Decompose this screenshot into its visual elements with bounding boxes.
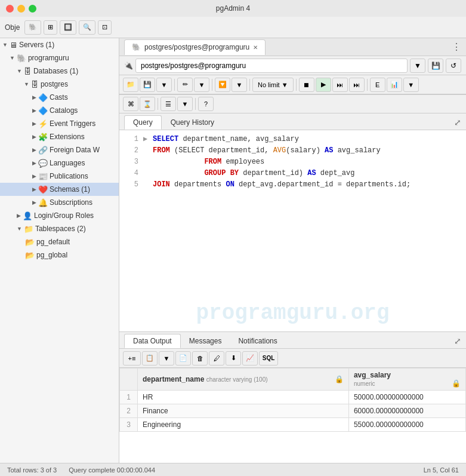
run-script-btn[interactable]: ⏭ [349, 78, 365, 92]
row-3-dept: Engineering [138, 418, 349, 432]
filter-dropdown-btn[interactable]: ▼ [232, 78, 247, 92]
sidebar-item-publications[interactable]: ▶ 📰 Publications [0, 170, 119, 183]
result-expand-icon[interactable]: ⤢ [454, 336, 461, 346]
list-btn[interactable]: ☰ [161, 97, 176, 111]
add-row-btn[interactable]: +≡ [123, 351, 141, 366]
connection-refresh-btn[interactable]: ↺ [446, 59, 461, 73]
filter-btn[interactable]: 🔽 [215, 78, 230, 92]
toolbar-btn-table[interactable]: ⊞ [44, 20, 57, 35]
run-btn[interactable]: ▶ [316, 78, 331, 92]
tab-bar: 🐘 postgres/postgres@programguru ✕ ⋮ [119, 38, 466, 56]
toolbar-btn-db[interactable]: 🐘 [24, 20, 41, 35]
sidebar-item-login-roles[interactable]: ▶ 👤 Login/Group Roles [0, 209, 119, 222]
tablespaces-icon: 📁 [24, 225, 33, 234]
analyze-dropdown-btn[interactable]: ▼ [403, 78, 419, 92]
save-btn[interactable]: 💾 [140, 78, 155, 92]
sidebar-item-postgres[interactable]: ▼ 🗄 postgres [0, 78, 119, 91]
close-button[interactable] [6, 5, 14, 13]
main-tab[interactable]: 🐘 postgres/postgres@programguru ✕ [124, 39, 266, 55]
delete-btn[interactable]: 🗑 [192, 351, 208, 366]
run-new-btn[interactable]: ⏭ [332, 78, 348, 92]
tab-close-btn[interactable]: ✕ [253, 44, 258, 51]
divider-3 [249, 79, 250, 91]
casts-label: Casts [50, 93, 68, 102]
title-bar: pgAdmin 4 [0, 0, 466, 17]
edit-result-btn[interactable]: 🖊 [209, 351, 224, 366]
sidebar-item-foreign-data[interactable]: ▶ 🔗 Foreign Data W [0, 143, 119, 156]
sidebar-item-pg-default[interactable]: 📂 pg_default [0, 235, 119, 248]
download-btn[interactable]: ⬇ [226, 351, 241, 366]
sidebar-item-servers[interactable]: ▼ 🖥 Servers (1) [0, 38, 119, 51]
sidebar-item-extensions[interactable]: ▶ 🧩 Extensions [0, 130, 119, 143]
line-arrow-2 [143, 145, 150, 156]
copy-dropdown-btn[interactable]: ▼ [159, 351, 174, 366]
expand-arrow-foreign: ▶ [32, 147, 36, 153]
sidebar-item-pg-global[interactable]: 📂 pg_global [0, 248, 119, 262]
connection-bar: 🔌 ▼ 💾 ↺ [119, 56, 466, 75]
sql-line-5: 5 JOIN departments ON dept_avg.departmen… [124, 179, 461, 191]
databases-label: Databases (1) [33, 67, 78, 75]
sql-editor[interactable]: 1 ▶ SELECT department_name, avg_salary 2… [119, 130, 466, 331]
expand-arrow-subscriptions: ▶ [32, 199, 36, 205]
expand-arrow-login-roles: ▶ [17, 213, 21, 219]
minimize-button[interactable] [17, 5, 25, 13]
sql-result-btn[interactable]: SQL [259, 351, 278, 366]
format-btn[interactable]: ⌘ [123, 97, 138, 111]
tab-query-history[interactable]: Query History [162, 115, 223, 130]
copy-btn[interactable]: 📋 [142, 351, 158, 366]
connection-dropdown-btn[interactable]: ▼ [410, 59, 425, 73]
toolbar-btn-search[interactable]: 🔍 [79, 20, 95, 35]
list-dropdown-btn[interactable]: ▼ [177, 97, 193, 111]
analyze-btn[interactable]: 📊 [387, 78, 402, 92]
sidebar-item-programguru[interactable]: ▼ 🐘 programguru [0, 51, 119, 65]
toolbar-btn-refresh[interactable]: ⊡ [98, 20, 112, 35]
languages-label: Languages [50, 159, 85, 167]
paste-btn[interactable]: 📄 [175, 351, 191, 366]
explain-btn[interactable]: E [370, 78, 385, 92]
edit-dropdown-btn[interactable]: ▼ [194, 78, 209, 92]
connection-save-btn[interactable]: 💾 [428, 59, 443, 73]
save-dropdown-btn[interactable]: ▼ [156, 78, 172, 92]
pg-default-icon: 📂 [25, 238, 35, 247]
window-controls[interactable] [6, 5, 36, 13]
sidebar-item-subscriptions[interactable]: ▶ 🔔 Subscriptions [0, 196, 119, 209]
sidebar-item-schemas[interactable]: ▶ ❤️ Schemas (1) [0, 183, 119, 196]
chart-btn[interactable]: 📈 [242, 351, 258, 366]
tab-data-output[interactable]: Data Output [124, 334, 181, 348]
sidebar-item-event-triggers[interactable]: ▶ ⚡ Event Triggers [0, 117, 119, 130]
tab-notifications[interactable]: Notifications [230, 334, 285, 348]
tab-more-btn[interactable]: ⋮ [452, 41, 461, 53]
col-department-name: department_name character varying (100) … [138, 368, 349, 391]
col-salary-sub: numeric [354, 380, 375, 387]
toolbar-btn-query[interactable]: 🔲 [60, 20, 76, 35]
limit-btn[interactable]: No limit ▼ [252, 78, 294, 92]
tab-query[interactable]: Query [124, 115, 162, 130]
query-expand-icon[interactable]: ⤢ [454, 118, 461, 127]
sidebar-item-languages[interactable]: ▶ 💬 Languages [0, 156, 119, 170]
content-area: ▼ 🖥 Servers (1) ▼ 🐘 programguru ▼ 🗄 Data… [0, 38, 466, 463]
sql-line-2: 2 FROM (SELECT department_id, AVG(salary… [124, 145, 461, 156]
tab-messages[interactable]: Messages [181, 334, 230, 348]
line-arrow-5 [143, 179, 150, 191]
open-file-btn[interactable]: 📁 [123, 78, 138, 92]
tab-data-output-label: Data Output [133, 337, 172, 345]
edit-btn[interactable]: ✏ [177, 78, 193, 92]
connection-input[interactable] [135, 59, 408, 73]
sidebar-item-tablespaces[interactable]: ▼ 📁 Tablespaces (2) [0, 222, 119, 235]
maximize-button[interactable] [29, 5, 36, 13]
sidebar-item-databases[interactable]: ▼ 🗄 Databases (1) [0, 65, 119, 78]
pg-global-label: pg_global [36, 251, 67, 259]
databases-icon: 🗄 [24, 67, 32, 76]
foreign-icon: 🔗 [38, 146, 48, 155]
publications-label: Publications [50, 172, 88, 180]
expand-arrow-casts: ▶ [32, 94, 36, 100]
stop-btn[interactable]: ⏹ [299, 78, 314, 92]
tab-messages-label: Messages [189, 337, 222, 345]
servers-label: Servers (1) [19, 41, 54, 49]
history-btn[interactable]: ⌛ [140, 97, 155, 111]
status-bar: Total rows: 3 of 3 Query complete 00:00:… [0, 463, 466, 476]
extensions-label: Extensions [50, 133, 85, 141]
sidebar-item-casts[interactable]: ▶ 🔷 Casts [0, 91, 119, 104]
sidebar-item-catalogs[interactable]: ▶ 🔷 Catalogs [0, 104, 119, 117]
help-btn[interactable]: ? [198, 97, 214, 111]
